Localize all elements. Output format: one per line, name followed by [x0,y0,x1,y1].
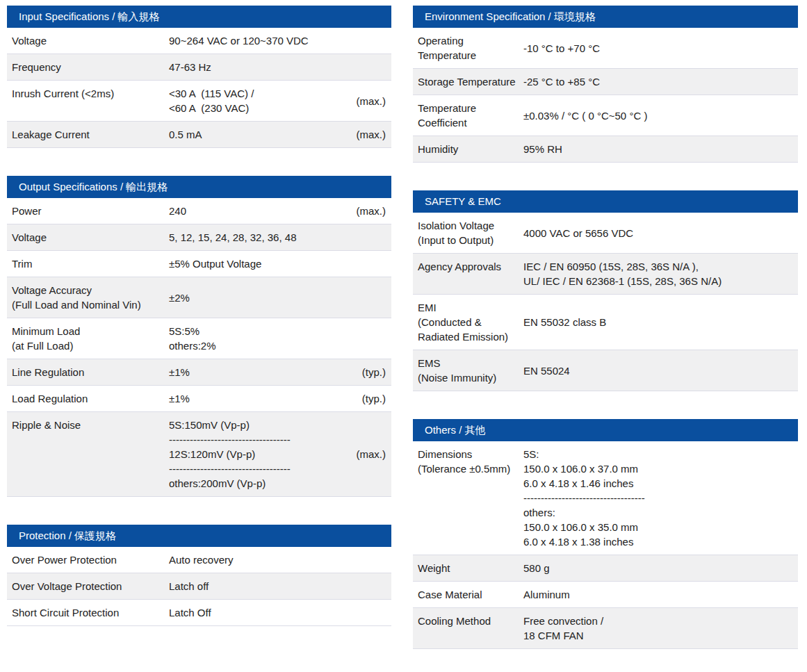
spec-label: Voltage Accuracy (Full Load and Nominal … [12,283,169,312]
spec-value: 95% RH [523,142,792,156]
row-voltage: Voltage 90~264 VAC or 120~370 VDC [7,28,391,54]
spec-label: Line Regulation [12,365,169,379]
spec-value: -10 °C to +70 °C [523,41,792,56]
spec-label: Trim [12,256,169,271]
spec-label: Case Material [418,587,523,602]
row-cooling-method: Cooling Method Free convection / 18 CFM … [413,608,798,649]
output-specifications-table: Output Specifications / 輸出規格 Power 240 (… [7,176,391,497]
row-agency-approvals: Agency Approvals IEC / EN 60950 (15S, 28… [413,254,798,295]
spec-label: Storage Temperature [418,74,523,89]
row-case-material: Case Material Aluminum [413,582,798,608]
row-ems: EMS (Noise Immunity) EN 55024 [413,350,798,391]
safety-emc-header: SAFETY & EMC [413,190,798,213]
row-isolation-voltage: Isolation Voltage (Input to Output) 4000… [413,213,798,254]
row-emi: EMI (Conducted & Radiated Emission) EN 5… [413,295,798,350]
spec-value: 5S: 150.0 x 106.0 x 37.0 mm 6.0 x 4.18 x… [523,447,792,549]
row-weight: Weight 580 g [413,555,798,582]
row-temperature-coefficient: Temperature Coefficient ±0.03% / °C ( 0 … [413,95,798,136]
spec-label: EMS (Noise Immunity) [418,356,523,385]
others-body: Dimensions (Tolerance ±0.5mm) 5S: 150.0 … [413,441,798,649]
spec-value: EN 55032 class B [523,315,792,329]
spec-value: 90~264 VAC or 120~370 VDC [169,33,345,48]
spec-value: Auto recovery [169,552,345,567]
row-ripple-noise: Ripple & Noise 5S:150mV (Vp-p) ---------… [7,412,391,497]
input-specifications-body: Voltage 90~264 VAC or 120~370 VDC Freque… [7,28,391,148]
row-inrush-current: Inrush Current (<2ms) <30 A (115 VAC) / … [7,81,391,122]
spec-value: Latch off [169,579,345,593]
spec-label: Ripple & Noise [12,418,169,432]
spec-label: Power [12,204,169,218]
row-over-power-protection: Over Power Protection Auto recovery [7,547,391,573]
spec-value: ±1% [169,391,345,406]
row-power: Power 240 (max.) [7,198,391,224]
spec-label: Dimensions (Tolerance ±0.5mm) [418,447,523,476]
spec-label: EMI (Conducted & Radiated Emission) [418,300,523,344]
spec-value: <30 A (115 VAC) / <60 A (230 VAC) [169,86,345,115]
others-header: Others / 其他 [413,419,798,441]
row-output-voltage: Voltage 5, 12, 15, 24, 28, 32, 36, 48 [7,224,391,251]
protection-table: Protection / 保護規格 Over Power Protection … [7,525,391,626]
spec-label: Weight [418,561,523,575]
spec-value: Latch Off [169,605,345,620]
spec-value: ±0.03% / °C ( 0 °C~50 °C ) [523,108,792,123]
input-specifications-header: Input Specifications / 輸入規格 [7,6,391,28]
environment-specification-body: Operating Temperature -10 °C to +70 °C S… [413,28,798,163]
safety-emc-table: SAFETY & EMC Isolation Voltage (Input to… [413,190,798,391]
row-short-circuit-protection: Short Circuit Protection Latch Off [7,600,391,626]
spec-value: IEC / EN 60950 (15S, 28S, 36S N/A ), UL/… [523,259,792,288]
left-column: Input Specifications / 輸入規格 Voltage 90~2… [7,6,391,672]
spec-value: ±5% Output Voltage [169,256,345,271]
row-storage-temperature: Storage Temperature -25 °C to +85 °C [413,69,798,95]
spec-note: (max.) [345,447,386,461]
spec-value: 5, 12, 15, 24, 28, 32, 36, 48 [169,230,345,245]
spec-label: Load Regulation [12,391,169,406]
spec-value: -25 °C to +85 °C [523,74,792,89]
spec-label: Minimum Load (at Full Load) [12,324,169,353]
spec-label: Isolation Voltage (Input to Output) [418,218,523,247]
spec-note: (max.) [345,127,386,142]
spec-note: (max.) [345,94,386,108]
spec-label: Voltage [12,230,169,245]
row-line-regulation: Line Regulation ±1% (typ.) [7,359,391,386]
row-dimensions: Dimensions (Tolerance ±0.5mm) 5S: 150.0 … [413,441,798,555]
spec-value: ±1% [169,365,345,379]
safety-emc-body: Isolation Voltage (Input to Output) 4000… [413,213,798,391]
row-operating-temperature: Operating Temperature -10 °C to +70 °C [413,28,798,69]
right-column: Environment Specification / 環境規格 Operati… [413,6,798,672]
row-over-voltage-protection: Over Voltage Protection Latch off [7,573,391,600]
output-specifications-header: Output Specifications / 輸出規格 [7,176,391,198]
spec-label: Cooling Method [418,614,523,628]
environment-specification-header: Environment Specification / 環境規格 [413,6,798,28]
spec-value: EN 55024 [523,363,792,378]
spec-note: (max.) [345,204,386,218]
spec-label: Inrush Current (<2ms) [12,86,169,101]
spec-value: Free convection / 18 CFM FAN [523,614,792,643]
row-load-regulation: Load Regulation ±1% (typ.) [7,386,391,412]
spec-value: 5S:150mV (Vp-p) ------------------------… [169,418,345,491]
row-voltage-accuracy: Voltage Accuracy (Full Load and Nominal … [7,277,391,318]
protection-header: Protection / 保護規格 [7,525,391,547]
others-table: Others / 其他 Dimensions (Tolerance ±0.5mm… [413,419,798,649]
row-frequency: Frequency 47-63 Hz [7,54,391,81]
input-specifications-table: Input Specifications / 輸入規格 Voltage 90~2… [7,6,391,148]
spec-label: Over Power Protection [12,552,169,567]
spec-value: ±2% [169,290,345,305]
row-trim: Trim ±5% Output Voltage [7,251,391,277]
spec-note: (typ.) [345,365,386,379]
spec-label: Humidity [418,142,523,156]
protection-body: Over Power Protection Auto recovery Over… [7,547,391,626]
spec-label: Operating Temperature [418,33,523,63]
environment-specification-table: Environment Specification / 環境規格 Operati… [413,6,798,163]
spec-value: 5S:5% others:2% [169,324,345,353]
output-specifications-body: Power 240 (max.) Voltage 5, 12, 15, 24, … [7,198,391,497]
spec-label: Temperature Coefficient [418,101,523,130]
spec-value: 240 [169,204,345,218]
spec-label: Over Voltage Protection [12,579,169,593]
row-minimum-load: Minimum Load (at Full Load) 5S:5% others… [7,318,391,359]
spec-value: 580 g [523,561,792,575]
spec-sheet: Input Specifications / 輸入規格 Voltage 90~2… [0,0,807,672]
spec-label: Agency Approvals [418,259,523,274]
spec-value: 47-63 Hz [169,60,345,74]
spec-label: Frequency [12,60,169,74]
spec-value: 0.5 mA [169,127,345,142]
